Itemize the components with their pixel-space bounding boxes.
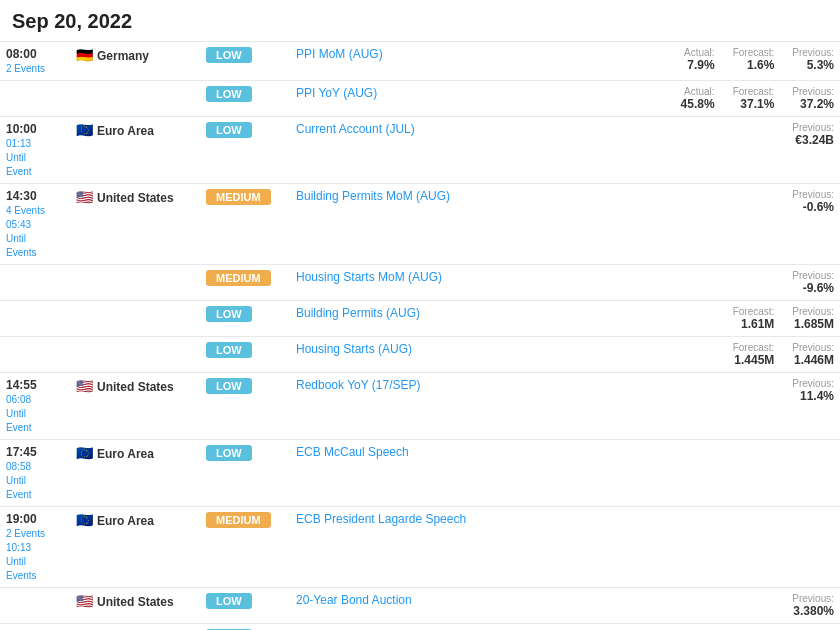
badge-cell: LOW <box>200 301 290 337</box>
previous-label: Previous: <box>792 378 834 389</box>
event-name[interactable]: ECB President Lagarde Speech <box>296 512 466 526</box>
table-row: 🇺🇸United StatesLOW20-Year Bond Auction P… <box>0 588 840 624</box>
event-name[interactable]: Building Permits MoM (AUG) <box>296 189 450 203</box>
time-cell: 17:4508:58UntilEvent <box>0 440 70 507</box>
importance-badge[interactable]: LOW <box>206 47 252 63</box>
forecast-stat: Forecast: 1.61M <box>733 306 775 331</box>
table-row: 19:002 Events10:13UntilEvents🇪🇺Euro Area… <box>0 507 840 588</box>
country-cell: 🇪🇺Euro Area <box>70 117 200 184</box>
flag-icon: 🇪🇺 <box>76 122 93 138</box>
badge-cell: LOW <box>200 588 290 624</box>
importance-badge[interactable]: LOW <box>206 445 252 461</box>
table-row: 14:5506:08UntilEvent🇺🇸United StatesLOWRe… <box>0 373 840 440</box>
event-cell: Building Permits (AUG) <box>290 301 640 337</box>
time-cell: 14:304 Events05:43UntilEvents <box>0 184 70 265</box>
table-row: 08:002 Events🇩🇪GermanyLOWPPI MoM (AUG) A… <box>0 42 840 81</box>
event-name[interactable]: Redbook YoY (17/SEP) <box>296 378 421 392</box>
previous-stat: Previous: -0.6% <box>792 189 834 214</box>
country-cell: 🇺🇸United States <box>70 624 200 631</box>
forecast-stat: Forecast: 1.6% <box>733 47 775 72</box>
country-name: United States <box>97 380 174 394</box>
actual-label: Actual: <box>684 47 715 58</box>
forecast-label: Forecast: <box>733 86 775 97</box>
previous-label: Previous: <box>792 47 834 58</box>
previous-stat: Previous: €3.24B <box>792 122 834 147</box>
event-name[interactable]: ECB McCaul Speech <box>296 445 409 459</box>
event-name[interactable]: 20-Year Bond Auction <box>296 593 412 607</box>
actual-value: 45.8% <box>681 97 715 111</box>
event-cell: Building Permits MoM (AUG) <box>290 184 640 265</box>
forecast-value: 1.445M <box>733 353 775 367</box>
previous-stat: Previous: 5.3% <box>792 47 834 72</box>
time-cell: 14:5506:08UntilEvent <box>0 373 70 440</box>
previous-value: 5.3% <box>792 58 834 72</box>
stats-cell <box>640 507 840 588</box>
event-name[interactable]: PPI YoY (AUG) <box>296 86 377 100</box>
page-title: Sep 20, 2022 <box>0 0 840 41</box>
time-cell <box>0 301 70 337</box>
importance-badge[interactable]: MEDIUM <box>206 270 271 286</box>
previous-value: 1.446M <box>792 353 834 367</box>
country-cell: 🇺🇸United States <box>70 373 200 440</box>
actual-value: 7.9% <box>684 58 715 72</box>
country-name: Euro Area <box>97 514 154 528</box>
importance-badge[interactable]: MEDIUM <box>206 512 271 528</box>
previous-value: 3.380% <box>792 604 834 618</box>
importance-badge[interactable]: LOW <box>206 378 252 394</box>
country-name: United States <box>97 191 174 205</box>
badge-cell: LOW <box>200 440 290 507</box>
importance-badge[interactable]: LOW <box>206 593 252 609</box>
previous-label: Previous: <box>792 122 834 133</box>
event-name[interactable]: Housing Starts MoM (AUG) <box>296 270 442 284</box>
badge-cell: LOW <box>200 624 290 631</box>
event-name[interactable]: PPI MoM (AUG) <box>296 47 383 61</box>
importance-badge[interactable]: LOW <box>206 306 252 322</box>
importance-badge[interactable]: LOW <box>206 342 252 358</box>
actual-stat: Actual: 7.9% <box>684 47 715 72</box>
actual-label: Actual: <box>681 86 715 97</box>
country-cell: 🇺🇸United States <box>70 588 200 624</box>
previous-stat: Previous: 3.380% <box>792 593 834 618</box>
time-cell: 10:0001:13UntilEvent <box>0 117 70 184</box>
table-row: 22:3013:43UntilEvent🇺🇸United StatesLOWAP… <box>0 624 840 631</box>
flag-icon: 🇪🇺 <box>76 445 93 461</box>
flag-icon: 🇺🇸 <box>76 378 93 394</box>
forecast-value: 1.61M <box>733 317 775 331</box>
time-cell: 08:002 Events <box>0 42 70 81</box>
forecast-stat: Forecast: 1.445M <box>733 342 775 367</box>
time-cell <box>0 81 70 117</box>
stats-cell <box>640 440 840 507</box>
table-row: LOWBuilding Permits (AUG) Forecast: 1.61… <box>0 301 840 337</box>
badge-cell: MEDIUM <box>200 507 290 588</box>
country-name: United States <box>97 595 174 609</box>
stats-cell: Previous: 11.4% <box>640 373 840 440</box>
event-cell: ECB McCaul Speech <box>290 440 640 507</box>
stats-cell: Previous: 6.035M <box>640 624 840 631</box>
event-name[interactable]: Housing Starts (AUG) <box>296 342 412 356</box>
table-row: LOWPPI YoY (AUG) Actual: 45.8% Forecast:… <box>0 81 840 117</box>
actual-stat: Actual: 45.8% <box>681 86 715 111</box>
event-cell: ECB President Lagarde Speech <box>290 507 640 588</box>
importance-badge[interactable]: LOW <box>206 86 252 102</box>
importance-badge[interactable]: MEDIUM <box>206 189 271 205</box>
country-cell: 🇺🇸United States <box>70 184 200 265</box>
country-cell <box>70 265 200 301</box>
previous-value: 1.685M <box>792 317 834 331</box>
event-cell: Redbook YoY (17/SEP) <box>290 373 640 440</box>
previous-label: Previous: <box>792 593 834 604</box>
importance-badge[interactable]: LOW <box>206 122 252 138</box>
forecast-label: Forecast: <box>733 47 775 58</box>
event-cell: API Crude Oil Stock Change (16/SEP) <box>290 624 640 631</box>
time-cell: 22:3013:43UntilEvent <box>0 624 70 631</box>
time-cell <box>0 337 70 373</box>
event-name[interactable]: Building Permits (AUG) <box>296 306 420 320</box>
table-row: MEDIUMHousing Starts MoM (AUG) Previous:… <box>0 265 840 301</box>
previous-label: Previous: <box>792 189 834 200</box>
previous-value: -9.6% <box>792 281 834 295</box>
event-cell: PPI MoM (AUG) <box>290 42 640 81</box>
flag-icon: 🇺🇸 <box>76 189 93 205</box>
event-name[interactable]: Current Account (JUL) <box>296 122 415 136</box>
badge-cell: LOW <box>200 337 290 373</box>
previous-label: Previous: <box>792 86 834 97</box>
previous-stat: Previous: 1.446M <box>792 342 834 367</box>
